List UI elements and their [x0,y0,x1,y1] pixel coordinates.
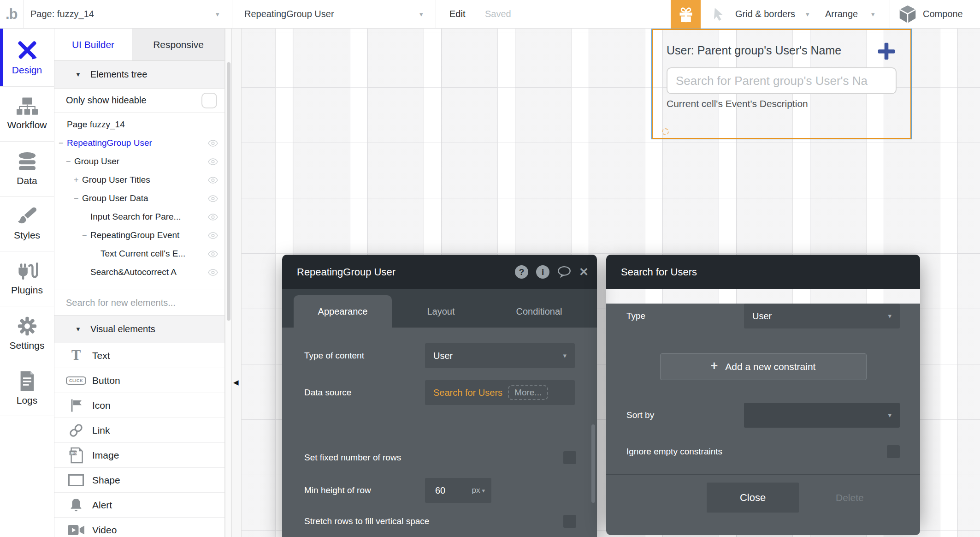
element-selector-label: RepeatingGroup User [244,9,334,19]
palette-item-icon[interactable]: Icon [54,393,224,418]
element-search-input[interactable] [667,67,897,94]
tree-node-repeatinggroup-user[interactable]: − RepeatingGroup User [54,134,224,152]
palette-item-image[interactable]: JPG Image [54,443,224,468]
comment-icon[interactable] [557,266,571,279]
panel-collapse-strip[interactable]: ◀ [231,29,242,537]
eye-icon[interactable] [208,251,218,257]
set-fixed-rows-checkbox[interactable] [563,451,576,464]
stretch-rows-checkbox[interactable] [563,515,576,528]
data-source-label: Data source [304,388,425,398]
add-icon[interactable] [876,41,897,61]
eye-icon[interactable] [208,214,218,221]
selected-repeatinggroup-element[interactable]: User: Parent group's User's Name Current… [652,29,911,139]
expander-icon[interactable]: − [82,231,90,240]
property-editor-header[interactable]: RepeatingGroup User ? i ✕ [282,255,597,289]
components-menu[interactable]: Compone [923,0,980,28]
sidebar-item-settings[interactable]: Settings [0,306,54,361]
sidebar-item-label: Data [17,175,37,186]
panel-scrollbar[interactable] [225,29,231,537]
palette-item-label: Button [92,375,120,386]
expander-icon[interactable]: + [74,175,82,185]
search-dialog-header[interactable]: Search for Users [606,255,920,289]
collapse-panel-icon[interactable]: ◀ [233,378,239,387]
min-height-input[interactable]: 60 px▾ [425,478,491,503]
expander-icon[interactable]: − [59,138,67,148]
cursor-tool-icon[interactable] [713,0,725,28]
tree-node-search-autocorrect[interactable]: Search&Autocorrect A [54,263,224,281]
chevron-down-icon[interactable]: ▾ [419,0,423,28]
palette-item-button[interactable]: CLICK Button [54,368,224,393]
search-type-dropdown[interactable]: User ▾ [744,304,900,328]
palette-item-link[interactable]: Link [54,418,224,443]
bubble-logo[interactable]: .b [6,0,18,28]
sidebar-item-label: Logs [17,395,38,406]
data-source-field[interactable]: Search for Users More... [425,380,575,405]
components-cube-icon[interactable] [899,0,916,28]
eye-icon[interactable] [208,140,218,147]
eye-icon[interactable] [208,195,218,202]
palette-item-video[interactable]: Video [54,518,224,537]
tree-node-group-user-titles[interactable]: + Group User Titles [54,171,224,189]
close-button[interactable]: Close [707,483,799,513]
chevron-down-icon[interactable]: ▾ [806,0,809,28]
delete-button[interactable]: Delete [836,492,864,503]
sidebar-item-data[interactable]: Data [0,142,54,197]
chevron-down-icon[interactable]: ▾ [216,0,219,28]
sidebar-item-workflow[interactable]: Workflow [0,87,54,142]
elements-tree-header[interactable]: ▼ Elements tree [54,61,224,89]
video-icon [66,524,86,536]
palette-item-shape[interactable]: Shape [54,468,224,493]
tab-layout[interactable]: Layout [392,295,490,328]
info-icon[interactable]: i [536,265,549,279]
tree-node-page[interactable]: Page fuzzy_14 [54,115,224,134]
document-icon [19,371,35,391]
palette-item-text[interactable]: T Text [54,343,224,368]
only-show-hideable-checkbox[interactable] [201,93,217,108]
close-icon[interactable]: ✕ [579,265,589,279]
expander-icon[interactable]: − [66,157,74,167]
palette-item-alert[interactable]: Alert [54,493,224,518]
dialog-scrollbar-thumb[interactable] [591,424,595,503]
gift-button[interactable] [671,0,701,29]
visual-elements-header[interactable]: ▼ Visual elements [54,316,224,343]
tab-conditional[interactable]: Conditional [490,295,588,328]
eye-icon[interactable] [208,232,218,239]
top-toolbar: .b Page: fuzzy_14 ▾ RepeatingGroup User … [0,0,980,29]
min-height-value[interactable]: 60 [435,485,445,496]
type-of-content-dropdown[interactable]: User ▾ [425,343,575,368]
eye-icon[interactable] [208,269,218,276]
tab-appearance[interactable]: Appearance [294,295,392,328]
element-selector[interactable]: RepeatingGroup User [244,0,334,28]
sort-by-dropdown[interactable]: ▾ [744,403,900,428]
unit-dropdown[interactable]: px▾ [472,486,485,495]
grid-borders-menu[interactable]: Grid & borders [735,0,795,28]
data-source-more-button[interactable]: More... [508,385,548,400]
data-source-value[interactable]: Search for Users [433,388,502,398]
tab-ui-builder[interactable]: UI Builder [54,29,132,60]
sidebar-item-design[interactable]: Design [0,29,54,87]
palette-item-label: Alert [92,500,112,511]
arrange-label: Arrange [825,9,858,19]
tree-node-text-current-cell[interactable]: Text Current cell's E... [54,245,224,263]
tree-node-input-search[interactable]: Input Search for Pare... [54,208,224,226]
sidebar-item-logs[interactable]: Logs [0,361,54,416]
property-editor-body: Type of content User ▾ Data source Searc… [282,328,597,537]
tree-node-group-user-data[interactable]: − Group User Data [54,189,224,208]
eye-icon[interactable] [208,158,218,165]
chevron-down-icon[interactable]: ▾ [871,0,875,28]
help-icon[interactable]: ? [515,265,528,279]
arrange-menu[interactable]: Arrange [825,0,858,28]
page-selector[interactable]: Page: fuzzy_14 [30,0,94,28]
scrollbar-thumb[interactable] [227,62,230,321]
sidebar-item-plugins[interactable]: Plugins [0,251,54,306]
edit-mode-button[interactable]: Edit [449,0,465,28]
tree-node-repeatinggroup-event[interactable]: − RepeatingGroup Event [54,226,224,245]
ignore-empty-checkbox[interactable] [887,445,900,458]
tab-responsive[interactable]: Responsive [132,29,224,60]
new-elements-search-input[interactable] [54,298,224,308]
add-constraint-button[interactable]: + Add a new constraint [660,353,867,380]
expander-icon[interactable]: − [74,194,82,203]
sidebar-item-styles[interactable]: Styles [0,197,54,251]
eye-icon[interactable] [208,177,218,184]
tree-node-group-user[interactable]: − Group User [54,152,224,171]
